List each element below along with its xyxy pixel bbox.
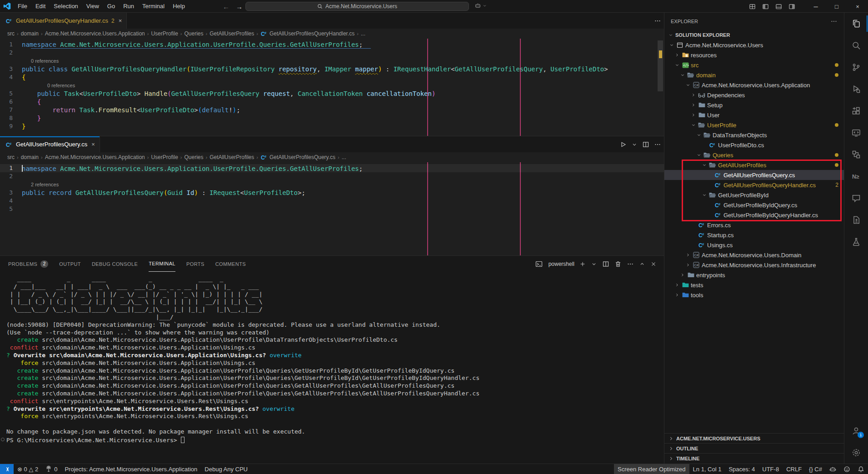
close-panel-icon[interactable]	[650, 261, 657, 267]
panel-tab-output[interactable]: OUTPUT	[59, 256, 81, 272]
more-actions-icon[interactable]	[654, 17, 661, 25]
feedback-status[interactable]	[840, 464, 854, 474]
notifications-bell[interactable]	[854, 464, 868, 474]
codelens[interactable]: 2 references	[0, 180, 664, 189]
command-decoration-icon[interactable]	[1, 438, 5, 441]
cursor-position-status[interactable]: Ln 1, Col 1	[689, 464, 725, 474]
tab-close-icon[interactable]: ×	[119, 17, 122, 24]
menu-selection[interactable]: Selection	[50, 0, 82, 13]
panel-tab-comments[interactable]: COMMENTS	[215, 256, 246, 272]
tree-item-Acme-Net-Microservice-Users-Infrastructure[interactable]: C#Acme.Net.Microservice.Users.Infrastruc…	[664, 260, 844, 270]
toggle-primary-sidebar-icon[interactable]	[762, 3, 769, 10]
breadcrumb-item[interactable]: src	[7, 154, 15, 160]
tree-item-UserProfile[interactable]: UserProfile	[664, 120, 844, 130]
tree-item-Startup-cs[interactable]: C#Startup.cs	[664, 230, 844, 240]
breadcrumb-item[interactable]: UserProfile	[151, 154, 178, 160]
language-status[interactable]: {} C#	[805, 464, 826, 474]
codelens[interactable]: 0 references	[0, 81, 664, 90]
tree-item-domain[interactable]: domain	[664, 70, 844, 80]
run-button[interactable]	[619, 141, 627, 148]
terminal-output[interactable]: ____ _ ____ _ ____ _ / ___|___ __| | ___…	[0, 272, 664, 464]
tree-item-GetUserProfileByIdQueryHandler-cs[interactable]: C#GetUserProfileByIdQueryHandler.cs	[664, 210, 844, 220]
screen-reader-status[interactable]: Screen Reader Optimized	[614, 464, 689, 474]
toggle-panel-icon[interactable]	[775, 3, 782, 10]
breadcrumb-item[interactable]: Acme.Net.Microservice.Users.Application	[45, 154, 145, 160]
new-terminal-icon[interactable]	[579, 261, 586, 267]
section-timeline[interactable]: TIMELINE	[664, 453, 844, 463]
tree-item-Errors-cs[interactable]: C#Errors.cs	[664, 220, 844, 230]
section-project[interactable]: ACME.NET.MICROSERVICE.USERS	[664, 433, 844, 443]
comments-icon[interactable]	[844, 187, 868, 209]
tree-item-Acme-Net-Microservice-Users-Application[interactable]: C#Acme.Net.Microservice.Users.Applicatio…	[664, 80, 844, 90]
pending-changes-icon[interactable]	[844, 209, 868, 231]
breadcrumb-item[interactable]: domain	[21, 30, 39, 37]
panel-tab-debug-console[interactable]: DEBUG CONSOLE	[92, 256, 138, 272]
tree-item-DataTransferObjects[interactable]: DataTransferObjects	[664, 130, 844, 140]
breadcrumb-item[interactable]: C#GetAllUserProfilesQueryHandler.cs	[260, 30, 354, 37]
ports-status[interactable]: 0	[42, 464, 61, 474]
panel-tab-problems[interactable]: PROBLEMS2	[8, 256, 48, 272]
encoding-status[interactable]: UTF-8	[758, 464, 783, 474]
copilot-status[interactable]	[826, 464, 840, 474]
menu-file[interactable]: File	[14, 0, 31, 13]
breadcrumb-item[interactable]: Queries	[184, 30, 203, 37]
extensions-icon[interactable]	[844, 100, 868, 122]
terminal-shell-icon[interactable]	[535, 260, 543, 268]
tree-item-src[interactable]: </>src	[664, 60, 844, 70]
toggle-secondary-sidebar-icon[interactable]	[788, 3, 795, 10]
breadcrumb-item[interactable]: GetAllUserProfiles	[210, 30, 254, 37]
maximize-panel-icon[interactable]	[639, 261, 645, 267]
build-config-status[interactable]: Debug Any CPU	[201, 464, 251, 474]
breadcrumb-item[interactable]: ...	[342, 154, 346, 160]
tree-item-GetAllUserProfiles[interactable]: GetAllUserProfiles	[664, 160, 844, 170]
breadcrumb-item[interactable]: ...	[361, 30, 365, 37]
terminal-dropdown-icon[interactable]	[591, 261, 597, 267]
run-debug-icon[interactable]	[844, 78, 868, 100]
close-button[interactable]: ×	[847, 0, 868, 13]
panel-tab-terminal[interactable]: TERMINAL	[149, 256, 175, 272]
source-control-icon[interactable]	[844, 56, 868, 78]
code-editor[interactable]: 1namespace Acme.Net.Microservice.Users.A…	[0, 39, 664, 136]
panel-tab-ports[interactable]: PORTS	[186, 256, 205, 272]
minimize-button[interactable]: ─	[805, 0, 826, 13]
breadcrumb-item[interactable]: src	[7, 30, 15, 37]
tree-item-tests[interactable]: tests	[664, 280, 844, 290]
search-icon[interactable]	[844, 35, 868, 56]
tree-item-User[interactable]: User	[664, 110, 844, 120]
explorer-icon[interactable]	[844, 13, 868, 35]
tree-item-entrypoints[interactable]: entrypoints	[664, 270, 844, 280]
breadcrumb-item[interactable]: domain	[21, 154, 39, 160]
breadcrumb-item[interactable]: UserProfile	[151, 30, 178, 37]
containers-icon[interactable]	[844, 144, 868, 165]
section-outline[interactable]: OUTLINE	[664, 443, 844, 453]
tree-item-GetAllUserProfilesQuery-cs[interactable]: C#GetAllUserProfilesQuery.cs	[664, 170, 844, 180]
tab-GetAllUserProfilesQuery.cs[interactable]: C#GetAllUserProfilesQuery.cs×	[0, 136, 100, 152]
editor-scrollbar[interactable]	[658, 40, 663, 91]
tree-item-GetUserProfileById[interactable]: GetUserProfileById	[664, 190, 844, 200]
back-arrow-icon[interactable]: ←	[223, 3, 229, 10]
breadcrumb-item[interactable]: C#GetAllUserProfilesQuery.cs	[260, 154, 335, 161]
account-icon[interactable]: 1	[844, 420, 868, 442]
menu-edit[interactable]: Edit	[31, 0, 50, 13]
breadcrumb-item[interactable]: Acme.Net.Microservice.Users.Application	[45, 30, 145, 37]
tree-item-Setup[interactable]: Setup	[664, 100, 844, 110]
kill-terminal-icon[interactable]	[614, 260, 622, 268]
solution-explorer-section-header[interactable]: SOLUTION EXPLORER	[664, 30, 844, 40]
settings-gear-icon[interactable]	[844, 442, 868, 464]
tree-item-Dependencies[interactable]: Dependencies	[664, 90, 844, 100]
maximize-button[interactable]: □	[826, 0, 847, 13]
menu-go[interactable]: Go	[103, 0, 119, 13]
tree-item-Queries[interactable]: Queries	[664, 150, 844, 160]
codelens[interactable]: 0 references	[0, 57, 664, 65]
menu-terminal[interactable]: Terminal	[138, 0, 169, 13]
command-center-search[interactable]: Acme.Net.Microservice.Users	[245, 2, 469, 11]
split-terminal-icon[interactable]	[602, 260, 609, 268]
forward-arrow-icon[interactable]: →	[236, 3, 243, 10]
breadcrumb-item[interactable]: GetAllUserProfiles	[210, 154, 254, 160]
remote-indicator[interactable]	[0, 464, 14, 474]
problems-status[interactable]: ⊗ 0 △ 2	[14, 464, 42, 474]
tree-item-Acme-Net-Microservice-Users[interactable]: Acme.Net.Microservice.Users	[664, 40, 844, 50]
tab-GetAllUserProfilesQueryHandler.cs[interactable]: C#GetAllUserProfilesQueryHandler.cs2×	[0, 13, 127, 29]
eol-status[interactable]: CRLF	[783, 464, 805, 474]
run-dropdown-icon[interactable]	[631, 141, 638, 148]
